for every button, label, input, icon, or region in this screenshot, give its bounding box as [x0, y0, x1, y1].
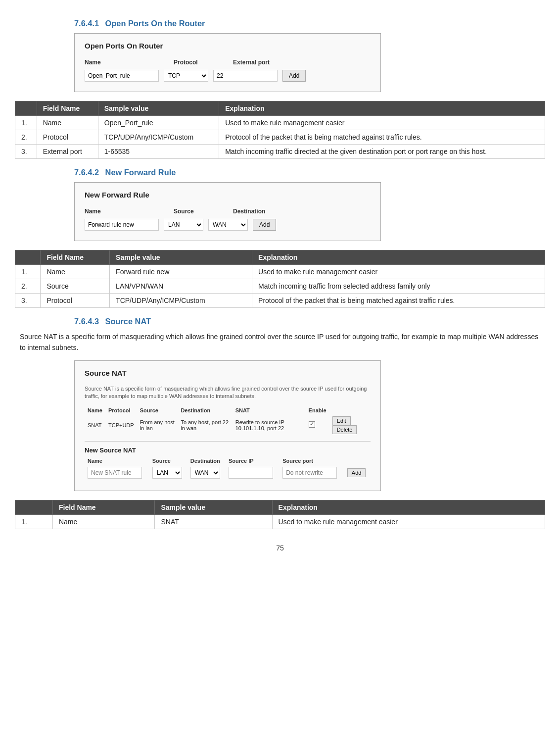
snat-new-row: LAN WAN Add — [85, 465, 371, 481]
snat-new-source-select[interactable]: LAN — [152, 467, 182, 479]
forward-rule-ui-box: New Forward Rule Name Source Destination… — [74, 182, 381, 241]
snat-new-sourceip-input[interactable] — [229, 467, 273, 479]
open-ports-protocol-select[interactable]: TCP — [164, 70, 208, 82]
open-ports-extport-input[interactable] — [213, 70, 278, 82]
section-7642-heading: 7.6.4.2 New Forward Rule — [74, 168, 545, 177]
fwd-col-name-label: Name — [85, 208, 101, 215]
source-nat-box-subtitle: Source NAT is a specific form of masquer… — [85, 385, 371, 400]
snat-new-sourceport-input[interactable] — [282, 467, 337, 479]
col-extport-label: External port — [233, 59, 270, 66]
forward-rule-source-select[interactable]: LAN — [164, 219, 203, 231]
open-ports-form-row: TCP Add — [85, 70, 371, 82]
col-sampleval-header: Sample value — [155, 500, 272, 514]
table-row: 3. Protocol TCP/UDP/Any/ICMP/Custom Prot… — [15, 294, 545, 308]
col-protocol-label: Protocol — [174, 59, 198, 66]
forward-rule-add-button[interactable]: Add — [253, 219, 276, 231]
forward-rule-name-input[interactable] — [85, 219, 159, 231]
open-ports-ui-box: Open Ports On Router Name Protocol Exter… — [74, 33, 381, 92]
table-row: 2. Source LAN/VPN/WAN Match incoming tra… — [15, 279, 545, 294]
col-num-header — [15, 101, 37, 116]
fwd-col-source-label: Source — [174, 208, 194, 215]
table-row: 1. Name Open_Port_rule Used to make rule… — [15, 116, 545, 130]
open-ports-col-labels: Name Protocol External port — [85, 58, 371, 66]
col-num-header — [15, 250, 41, 265]
snat-existing-table: Name Protocol Source Destination SNAT En… — [85, 406, 371, 436]
col-name-label: Name — [85, 59, 101, 66]
col-fieldname-header: Field Name — [41, 250, 110, 265]
forward-rule-form-row: LAN WAN Add — [85, 219, 371, 231]
col-num-header — [15, 500, 53, 514]
snat-new-table: Name Source Destination Source IP Source… — [85, 457, 371, 481]
table-row: 3. External port 1-65535 Match incoming … — [15, 145, 545, 159]
snat-delete-button[interactable]: Delete — [332, 425, 357, 434]
col-explanation-header: Explanation — [272, 500, 545, 514]
forward-rule-box-title: New Forward Rule — [85, 191, 371, 199]
col-sampleval-header: Sample value — [110, 250, 252, 265]
source-nat-table: Field Name Sample value Explanation 1. N… — [15, 500, 545, 529]
col-sampleval-header: Sample value — [98, 101, 219, 116]
source-nat-ui-box: Source NAT Source NAT is a specific form… — [74, 360, 381, 491]
table-row: 1. Name Forward rule new Used to make ru… — [15, 265, 545, 279]
snat-existing-row: SNAT TCP+UDP From any host in lan To any… — [85, 414, 371, 436]
col-fieldname-header: Field Name — [52, 500, 154, 514]
table-row: 1. Name SNAT Used to make rule managemen… — [15, 514, 545, 529]
page-number: 75 — [15, 544, 545, 552]
snat-new-name-input[interactable] — [88, 467, 142, 479]
fwd-col-dest-label: Destination — [233, 208, 265, 215]
snat-new-add-button[interactable]: Add — [347, 468, 366, 477]
col-explanation-header: Explanation — [219, 101, 545, 116]
open-ports-add-button[interactable]: Add — [282, 70, 306, 82]
snat-edit-button[interactable]: Edit — [332, 416, 351, 425]
snat-new-col-header-row: Name Source Destination Source IP Source… — [85, 457, 371, 465]
forward-rule-table: Field Name Sample value Explanation 1. N… — [15, 250, 545, 308]
col-fieldname-header: Field Name — [37, 101, 98, 116]
open-ports-table: Field Name Sample value Explanation 1. N… — [15, 101, 545, 159]
table-header-row: Field Name Sample value Explanation — [15, 500, 545, 514]
table-header-row: Field Name Sample value Explanation — [15, 101, 545, 116]
snat-enable-checkbox[interactable] — [309, 421, 315, 428]
snat-col-header-row: Name Protocol Source Destination SNAT En… — [85, 406, 371, 414]
snat-new-dest-select[interactable]: WAN — [190, 467, 220, 479]
source-nat-description: Source NAT is a specific form of masquer… — [15, 331, 545, 353]
forward-rule-col-labels: Name Source Destination — [85, 207, 371, 215]
open-ports-name-input[interactable] — [85, 70, 159, 82]
section-7643-heading: 7.6.4.3 Source NAT — [74, 317, 545, 326]
table-header-row: Field Name Sample value Explanation — [15, 250, 545, 265]
snat-divider — [85, 441, 371, 442]
new-snat-title: New Source NAT — [85, 447, 371, 454]
source-nat-box-title: Source NAT — [85, 369, 371, 377]
open-ports-box-title: Open Ports On Router — [85, 42, 371, 50]
section-7641-heading: 7.6.4.1 Open Ports On the Router — [74, 19, 545, 28]
forward-rule-dest-select[interactable]: WAN — [208, 219, 248, 231]
table-row: 2. Protocol TCP/UDP/Any/ICMP/Custom Prot… — [15, 130, 545, 145]
col-explanation-header: Explanation — [252, 250, 545, 265]
